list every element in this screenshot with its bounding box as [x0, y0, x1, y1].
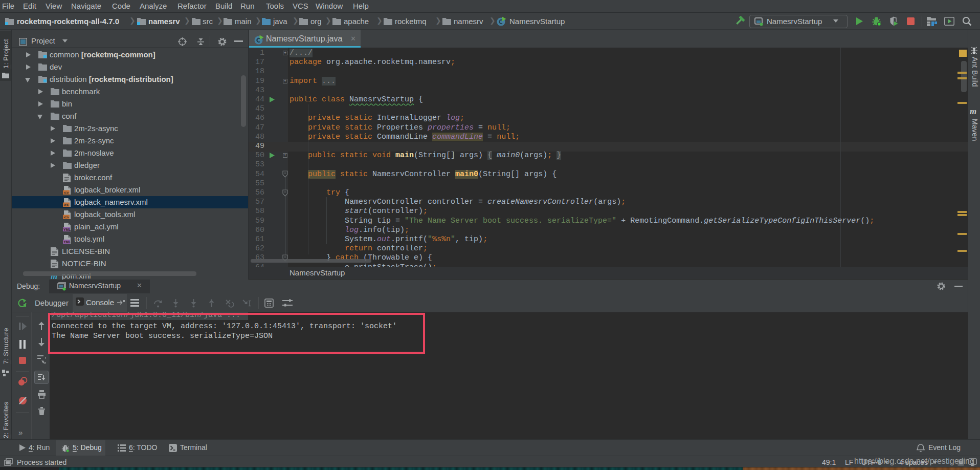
svg-text:YML: YML	[63, 240, 71, 244]
svg-text:<>: <>	[64, 190, 69, 195]
svg-text:<>: <>	[64, 203, 69, 207]
svg-text:<>: <>	[64, 215, 69, 219]
svg-text:YML: YML	[63, 228, 71, 231]
